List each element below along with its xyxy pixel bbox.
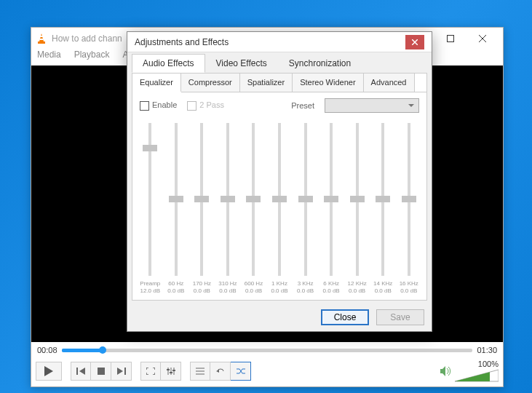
subtab-advanced[interactable]: Advanced (364, 74, 415, 92)
tab-audio-effects[interactable]: Audio Effects (132, 54, 205, 73)
equalizer-options-row: Enable 2 Pass Preset (132, 92, 426, 119)
fullscreen-button[interactable] (140, 362, 161, 381)
loop-button[interactable] (210, 362, 231, 381)
menu-playback[interactable]: Playback (74, 49, 110, 66)
band-600hz: 600 Hz0.0 dB (243, 123, 264, 294)
band-slider[interactable] (278, 123, 281, 276)
tab-video-effects[interactable]: Video Effects (205, 54, 278, 73)
band-slider[interactable] (252, 123, 255, 276)
preset-label: Preset (291, 101, 314, 110)
band-170hz: 170 Hz0.0 dB (191, 123, 213, 294)
dialog-button-row: Close Save (127, 305, 432, 331)
svg-rect-17 (170, 372, 172, 373)
vlc-cone-icon (36, 33, 47, 44)
audio-effects-panel: Equalizer Compressor Spatializer Stereo … (132, 73, 427, 301)
subtab-equalizer[interactable]: Equalizer (132, 74, 181, 92)
time-total: 01:30 (477, 346, 497, 354)
band-slider[interactable] (200, 123, 203, 276)
save-button: Save (376, 309, 424, 325)
prev-button[interactable] (71, 362, 91, 381)
svg-marker-23 (440, 366, 445, 376)
band-slider[interactable] (381, 123, 384, 276)
volume-percent: 100% (478, 360, 499, 368)
next-button[interactable] (111, 362, 132, 381)
enable-checkbox[interactable]: Enable (140, 100, 177, 111)
svg-rect-8 (76, 368, 78, 375)
subtab-spatializer[interactable]: Spatializer (240, 74, 293, 92)
maximize-button[interactable] (434, 28, 467, 49)
seek-slider[interactable] (62, 349, 473, 352)
window-close-button[interactable] (467, 28, 499, 49)
player-controls: 100% (31, 358, 503, 384)
time-elapsed: 00:08 (37, 346, 57, 354)
band-16khz: 16 KHz0.0 dB (398, 123, 419, 294)
svg-rect-4 (448, 36, 454, 42)
band-slider[interactable] (408, 123, 410, 276)
equalizer-sliders: Preamp 12.0 dB 60 Hz0.0 dB 170 Hz0.0 dB … (132, 119, 426, 294)
close-button[interactable]: Close (321, 309, 369, 325)
dialog-title: Adjustments and Effects (135, 37, 405, 47)
progress-bar-row: 00:08 01:30 (31, 342, 503, 358)
svg-rect-1 (38, 41, 45, 44)
svg-rect-2 (40, 36, 43, 37)
svg-rect-18 (172, 370, 175, 371)
svg-rect-10 (98, 368, 105, 375)
band-slider[interactable] (330, 123, 333, 276)
svg-marker-9 (79, 368, 85, 375)
preamp-value: 12.0 dB (140, 287, 160, 294)
band-1khz: 1 KHz0.0 dB (269, 123, 290, 294)
subtab-compressor[interactable]: Compressor (181, 74, 240, 92)
menu-media[interactable]: Media (37, 49, 61, 66)
band-310hz: 310 Hz0.0 dB (218, 123, 239, 294)
speaker-icon[interactable] (440, 366, 452, 376)
band-60hz: 60 Hz0.0 dB (166, 123, 187, 294)
tab-synchronization[interactable]: Synchronization (278, 54, 362, 73)
band-slider[interactable] (175, 123, 178, 276)
extended-settings-button[interactable] (161, 362, 181, 381)
playlist-button[interactable] (190, 362, 210, 381)
svg-marker-7 (44, 366, 53, 376)
main-tab-strip: Audio Effects Video Effects Synchronizat… (127, 52, 432, 73)
preamp-slider[interactable] (148, 123, 151, 276)
dialog-close-button[interactable] (405, 35, 424, 49)
band-slider[interactable] (304, 123, 307, 276)
shuffle-button[interactable] (231, 362, 251, 381)
stop-button[interactable] (91, 362, 111, 381)
svg-rect-3 (40, 39, 44, 40)
preamp-label: Preamp (140, 280, 160, 287)
twopass-checkbox: 2 Pass (187, 100, 224, 111)
sub-tab-strip: Equalizer Compressor Spatializer Stereo … (132, 74, 426, 92)
svg-rect-12 (124, 368, 126, 375)
preset-dropdown[interactable] (325, 98, 419, 113)
adjustments-effects-dialog: Adjustments and Effects Audio Effects Vi… (127, 31, 432, 332)
volume-slider[interactable] (455, 368, 499, 383)
band-3khz: 3 KHz0.0 dB (295, 123, 316, 294)
preamp-slider-col: Preamp 12.0 dB (140, 123, 161, 294)
band-6khz: 6 KHz0.0 dB (321, 123, 342, 294)
svg-marker-11 (117, 368, 123, 375)
band-12khz: 12 KHz0.0 dB (346, 123, 368, 294)
band-slider[interactable] (356, 123, 359, 276)
band-14khz: 14 KHz0.0 dB (373, 123, 394, 294)
svg-marker-0 (39, 33, 44, 41)
svg-rect-16 (167, 369, 170, 370)
band-slider[interactable] (226, 123, 229, 276)
subtab-stereo-widener[interactable]: Stereo Widener (293, 74, 363, 92)
dialog-titlebar[interactable]: Adjustments and Effects (127, 32, 432, 52)
play-button[interactable] (36, 362, 62, 381)
